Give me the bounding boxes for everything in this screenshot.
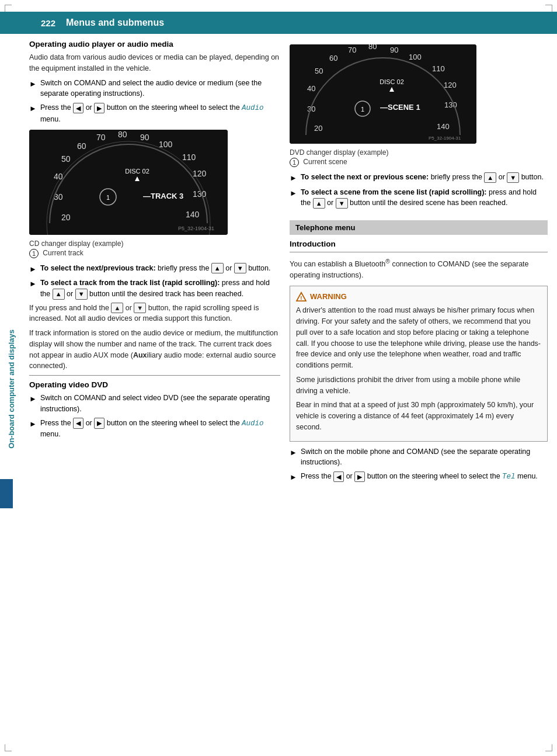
bullet-switch-comand: ► Switch on COMAND and select the audio … <box>29 78 280 100</box>
down-btn-3: ▼ <box>134 303 146 313</box>
svg-text:P5_32-1904-31: P5_32-1904-31 <box>178 226 214 231</box>
down-btn-4: ▼ <box>507 172 519 183</box>
divider-1 <box>29 375 280 376</box>
svg-text:80: 80 <box>118 130 127 139</box>
left-column: Operating audio player or audio media Au… <box>29 40 280 486</box>
svg-text:120: 120 <box>193 169 207 178</box>
svg-rect-0 <box>29 130 228 235</box>
svg-text:140: 140 <box>437 122 450 131</box>
bullet-press-tel: ► Press the ◀ or ▶ button on the steerin… <box>290 471 548 483</box>
warning-label: WARNING <box>310 291 347 303</box>
warning-triangle-icon: ! <box>296 292 307 302</box>
bullet-arrow-1: ► <box>29 78 37 90</box>
sidebar-highlight <box>0 479 13 508</box>
bullet-scene-list: ► To select a scene from the scene list … <box>290 187 548 209</box>
intro-heading: Introduction <box>290 240 548 248</box>
right-btn-3: ▶ <box>354 471 365 482</box>
header-bar: 222 Menus and submenus <box>0 12 557 34</box>
right-button-icon: ▶ <box>94 103 105 113</box>
up-btn-1: ▲ <box>211 263 224 273</box>
svg-text:1: 1 <box>106 194 110 201</box>
bullet-text-5: Switch on COMAND and select video DVD (s… <box>40 393 280 415</box>
circle-2: 1 <box>290 158 299 167</box>
bullet-arrow-8: ► <box>290 188 297 199</box>
corner-mark-tl <box>5 5 12 12</box>
warning-title: ! WARNING <box>296 291 541 303</box>
dvd-caption: DVD changer display (example) <box>290 148 548 157</box>
bullet-text-4: To select a track from the track list (r… <box>40 278 280 300</box>
svg-text:!: ! <box>300 294 302 301</box>
svg-text:—TRACK 3: —TRACK 3 <box>143 192 183 200</box>
bullet-arrow-2: ► <box>29 103 37 115</box>
track-info-text: If track information is stored on the au… <box>29 328 280 372</box>
page-title: Menus and submenus <box>66 18 164 28</box>
dvd-caption-sub: 1 Current scene <box>290 158 548 167</box>
bullet-text-1: Switch on COMAND and select the audio de… <box>40 78 280 100</box>
svg-text:110: 110 <box>432 64 445 73</box>
svg-text:90: 90 <box>140 133 149 142</box>
section1-heading: Operating audio player or audio media <box>29 40 280 48</box>
svg-text:1: 1 <box>361 106 364 113</box>
svg-text:100: 100 <box>159 140 173 149</box>
down-btn-2: ▼ <box>75 289 88 299</box>
svg-text:80: 80 <box>368 44 377 51</box>
bullet-next-prev-scene: ► To select the next or previous scene: … <box>290 172 548 184</box>
up-btn-2: ▲ <box>53 289 65 299</box>
svg-text:120: 120 <box>444 81 457 89</box>
up-btn-3: ▲ <box>111 303 123 313</box>
svg-text:50: 50 <box>315 67 323 75</box>
down-btn-1: ▼ <box>234 263 246 273</box>
left-button-icon: ◀ <box>73 103 83 113</box>
bullet-text-6: Press the ◀ or ▶ button on the steering … <box>40 418 280 441</box>
left-btn-2: ◀ <box>73 418 83 428</box>
down-btn-5: ▼ <box>336 198 348 209</box>
up-btn-5: ▲ <box>313 198 325 209</box>
svg-text:60: 60 <box>329 54 337 63</box>
bullet-arrow-6: ► <box>29 418 37 430</box>
bullet-next-prev-track: ► To select the next/previous track: bri… <box>29 263 280 275</box>
sidebar-label-text: On-board computer and displays <box>7 330 16 449</box>
dvd-cluster-image: 20 30 40 50 60 70 80 90 100 110 120 130 … <box>290 44 476 144</box>
cd-cluster-image: 20 30 40 50 60 70 80 90 100 110 120 130 … <box>29 130 228 235</box>
svg-text:P5_32-1904-31: P5_32-1904-31 <box>429 136 461 141</box>
audio-menu-2: Audio <box>242 419 264 428</box>
bullet-arrow-3: ► <box>29 263 37 275</box>
svg-text:20: 20 <box>314 124 322 133</box>
corner-mark-bl <box>5 744 12 751</box>
bullet-text-10: Press the ◀ or ▶ button on the steering … <box>301 471 538 483</box>
svg-text:70: 70 <box>348 46 356 54</box>
hold-text: If you press and hold the ▲ or ▼ button,… <box>29 303 280 325</box>
svg-text:90: 90 <box>390 46 398 54</box>
telephone-menu-bar: Telephone menu <box>290 220 548 235</box>
circle-1: 1 <box>29 249 39 258</box>
bullet-press-dvd: ► Press the ◀ or ▶ button on the steerin… <box>29 418 280 441</box>
warning-para-1: A driver's attention to the road must al… <box>296 305 541 371</box>
bullet-press-audio: ► Press the ◀ or ▶ button on the steerin… <box>29 102 280 125</box>
svg-text:20: 20 <box>61 213 71 222</box>
warning-para-2: Some jurisdictions prohibit the driver f… <box>296 374 541 397</box>
audio-menu-label: Audio <box>242 104 264 112</box>
corner-mark-br <box>545 744 552 751</box>
svg-text:50: 50 <box>61 154 71 164</box>
bullet-text-3: To select the next/previous track: brief… <box>40 263 270 274</box>
intro-text: You can establish a Bluetooth® connectio… <box>290 257 548 281</box>
tel-menu-label: Tel <box>502 473 516 481</box>
divider-2 <box>290 252 548 252</box>
svg-text:DISC 02: DISC 02 <box>380 78 404 85</box>
svg-text:—SCENE 1: —SCENE 1 <box>380 103 420 112</box>
left-btn-3: ◀ <box>333 471 344 482</box>
svg-text:100: 100 <box>409 53 422 61</box>
warning-para-3: Bear in mind that at a speed of just 30 … <box>296 400 541 432</box>
dvd-current-scene: Current scene <box>303 158 347 166</box>
bullet-text-8: To select a scene from the scene list (r… <box>301 187 548 209</box>
bullet-text-2: Press the ◀ or ▶ button on the steering … <box>40 102 280 125</box>
section2-heading: Operating video DVD <box>29 380 280 389</box>
bullet-arrow-5: ► <box>29 393 37 405</box>
svg-text:140: 140 <box>186 210 200 219</box>
svg-text:40: 40 <box>54 172 63 181</box>
right-column: 20 30 40 50 60 70 80 90 100 110 120 130 … <box>290 40 548 486</box>
cd-caption-sub: 1 Current track <box>29 249 280 258</box>
svg-text:40: 40 <box>307 84 315 93</box>
svg-text:DISC 02: DISC 02 <box>125 168 149 175</box>
svg-text:130: 130 <box>193 189 207 199</box>
